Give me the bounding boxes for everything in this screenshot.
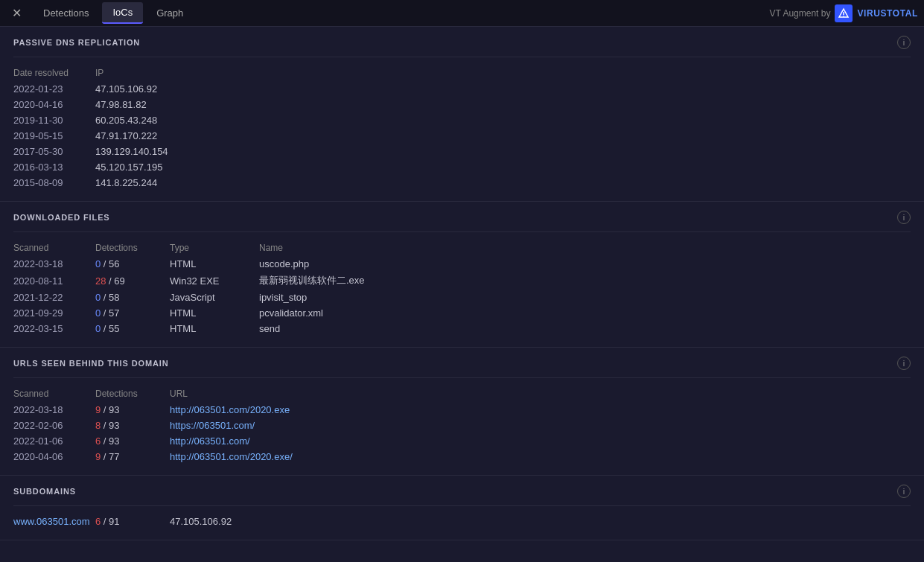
url-value[interactable]: http://063501.com/2020.exe/ — [170, 449, 911, 464]
downloaded-files-table: Scanned Detections Type Name 2022-03-18 … — [13, 240, 911, 336]
urls-col-url: URL — [170, 386, 911, 402]
dns-ip: 45.120.157.195 — [95, 159, 911, 175]
dns-date: 2019-11-30 — [13, 112, 95, 128]
dns-ip: 139.129.140.154 — [95, 144, 911, 159]
urls-info-icon[interactable]: i — [897, 357, 911, 370]
downloaded-files-title: DOWNLOADED FILES — [13, 213, 110, 222]
file-type: HTML — [170, 321, 259, 336]
table-row: 2021-12-22 0 / 58 JavaScript ipvisit_sto… — [13, 290, 911, 305]
file-type: JavaScript — [170, 290, 259, 305]
tab-detections[interactable]: Detections — [33, 3, 99, 23]
dns-col-ip: IP — [95, 65, 911, 81]
table-row: 2022-03-18 0 / 56 HTML uscode.php — [13, 256, 911, 272]
downloaded-files-info-icon[interactable]: i — [897, 211, 911, 224]
downloaded-files-header: DOWNLOADED FILES i — [13, 202, 911, 232]
tab-iocs[interactable]: IoCs — [102, 2, 143, 24]
passive-dns-section: PASSIVE DNS REPLICATION i Date resolved … — [0, 27, 924, 202]
file-scanned: 2022-03-15 — [13, 321, 95, 336]
passive-dns-title: PASSIVE DNS REPLICATION — [13, 38, 140, 47]
file-scanned: 2021-09-29 — [13, 305, 95, 321]
table-row: 2020-08-11 28 / 69 Win32 EXE 最新弱视训练软件二.e… — [13, 272, 911, 290]
dns-ip: 47.98.81.82 — [95, 97, 911, 112]
passive-dns-header: PASSIVE DNS REPLICATION i — [13, 27, 911, 57]
files-col-type: Type — [170, 240, 259, 256]
dns-date: 2015-08-09 — [13, 175, 95, 191]
subdomain-ip: 47.105.106.92 — [170, 514, 911, 529]
file-detections: 28 / 69 — [95, 272, 170, 290]
file-scanned: 2022-03-18 — [13, 256, 95, 272]
files-col-scanned: Scanned — [13, 240, 95, 256]
passive-dns-table: Date resolved IP 2022-01-2347.105.106.92… — [13, 65, 911, 191]
table-row: 2017-05-30139.129.140.154 — [13, 144, 911, 159]
vt-brand: VT Augment by VIRUSTOTAL — [770, 4, 918, 22]
table-row: 2021-09-29 0 / 57 HTML pcvalidator.xml — [13, 305, 911, 321]
dns-date: 2022-01-23 — [13, 81, 95, 97]
subdomain-detections: 6 / 91 — [95, 514, 170, 529]
table-row: 2022-03-15 0 / 55 HTML send — [13, 321, 911, 336]
file-name: send — [259, 321, 911, 336]
close-button[interactable]: ✕ — [6, 3, 27, 24]
table-row: 2019-05-1547.91.170.222 — [13, 128, 911, 144]
table-row: 2022-03-18 9 / 93 http://063501.com/2020… — [13, 402, 911, 418]
table-row: 2020-04-1647.98.81.82 — [13, 97, 911, 112]
file-type: Win32 EXE — [170, 272, 259, 290]
table-row: 2015-08-09141.8.225.244 — [13, 175, 911, 191]
url-scanned: 2020-04-06 — [13, 449, 95, 464]
vt-name: VIRUSTOTAL — [857, 8, 918, 19]
file-scanned: 2020-08-11 — [13, 272, 95, 290]
top-nav: ✕ Detections IoCs Graph VT Augment by VI… — [0, 0, 924, 27]
urls-header: URLS SEEN BEHIND THIS DOMAIN i — [13, 348, 911, 378]
table-row: 2022-01-2347.105.106.92 — [13, 81, 911, 97]
table-row: 2022-02-06 8 / 93 https://063501.com/ — [13, 418, 911, 433]
url-scanned: 2022-01-06 — [13, 433, 95, 449]
file-detections: 0 / 58 — [95, 290, 170, 305]
subdomains-title: SUBDOMAINS — [13, 487, 76, 496]
url-detections: 6 / 93 — [95, 433, 170, 449]
file-name: 最新弱视训练软件二.exe — [259, 272, 911, 290]
urls-col-scanned: Scanned — [13, 386, 95, 402]
tab-graph[interactable]: Graph — [146, 3, 194, 23]
subdomains-table: www.063501.com 6 / 91 47.105.106.92 — [13, 514, 911, 529]
vt-augment-label: VT Augment by — [770, 8, 831, 19]
file-name: uscode.php — [259, 256, 911, 272]
subdomains-section: SUBDOMAINS i www.063501.com 6 / 91 47.10… — [0, 476, 924, 540]
passive-dns-info-icon[interactable]: i — [897, 36, 911, 49]
table-row: 2016-03-1345.120.157.195 — [13, 159, 911, 175]
dns-date: 2016-03-13 — [13, 159, 95, 175]
dns-date: 2017-05-30 — [13, 144, 95, 159]
url-value[interactable]: https://063501.com/ — [170, 418, 911, 433]
file-scanned: 2021-12-22 — [13, 290, 95, 305]
dns-ip: 60.205.43.248 — [95, 112, 911, 128]
dns-ip: 47.105.106.92 — [95, 81, 911, 97]
url-scanned: 2022-03-18 — [13, 402, 95, 418]
table-row: 2020-04-06 9 / 77 http://063501.com/2020… — [13, 449, 911, 464]
table-row: www.063501.com 6 / 91 47.105.106.92 — [13, 514, 911, 529]
file-type: HTML — [170, 305, 259, 321]
url-detections: 9 / 77 — [95, 449, 170, 464]
dns-date: 2019-05-15 — [13, 128, 95, 144]
files-col-name: Name — [259, 240, 911, 256]
urls-table: Scanned Detections URL 2022-03-18 9 / 93… — [13, 386, 911, 464]
file-name: ipvisit_stop — [259, 290, 911, 305]
dns-col-date: Date resolved — [13, 65, 95, 81]
content-area: PASSIVE DNS REPLICATION i Date resolved … — [0, 27, 924, 562]
urls-section: URLS SEEN BEHIND THIS DOMAIN i Scanned D… — [0, 348, 924, 476]
subdomains-info-icon[interactable]: i — [897, 485, 911, 498]
subdomain-name[interactable]: www.063501.com — [13, 514, 95, 529]
url-value[interactable]: http://063501.com/ — [170, 433, 911, 449]
table-row: 2022-01-06 6 / 93 http://063501.com/ — [13, 433, 911, 449]
url-detections: 9 / 93 — [95, 402, 170, 418]
file-name: pcvalidator.xml — [259, 305, 911, 321]
urls-title: URLS SEEN BEHIND THIS DOMAIN — [13, 359, 169, 368]
svg-point-2 — [844, 15, 844, 16]
table-row: 2019-11-3060.205.43.248 — [13, 112, 911, 128]
url-scanned: 2022-02-06 — [13, 418, 95, 433]
file-detections: 0 / 56 — [95, 256, 170, 272]
vt-logo — [835, 4, 853, 22]
dns-ip: 47.91.170.222 — [95, 128, 911, 144]
downloaded-files-section: DOWNLOADED FILES i Scanned Detections Ty… — [0, 202, 924, 348]
file-detections: 0 / 57 — [95, 305, 170, 321]
urls-col-detections: Detections — [95, 386, 170, 402]
url-detections: 8 / 93 — [95, 418, 170, 433]
url-value[interactable]: http://063501.com/2020.exe — [170, 402, 911, 418]
